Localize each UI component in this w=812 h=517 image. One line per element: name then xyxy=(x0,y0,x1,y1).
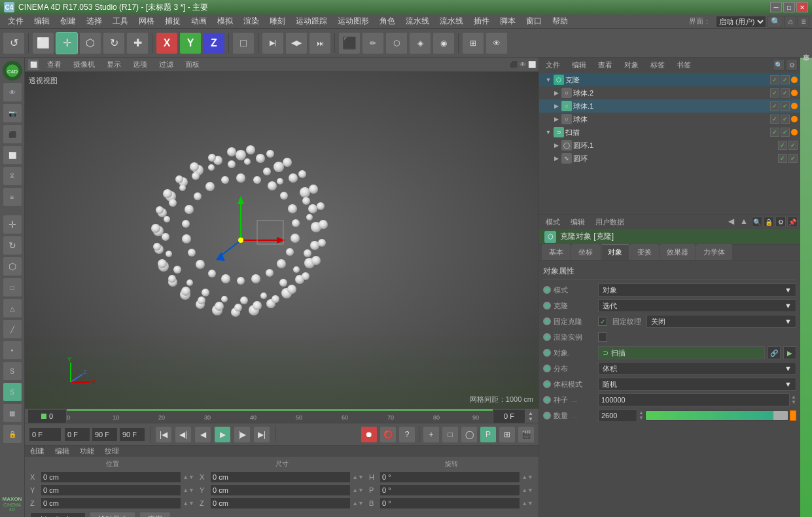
goto-start-btn[interactable]: |◀ xyxy=(155,426,172,443)
om-bookmark[interactable]: 书签 xyxy=(673,60,695,71)
sweep-expand[interactable]: ▼ xyxy=(544,128,552,136)
om-row-clone[interactable]: ▼ ⬡ 克隆 ✓ ✓ xyxy=(539,73,800,86)
circle-render-check[interactable]: ✓ xyxy=(788,154,798,163)
vp-filter[interactable]: 过滤 xyxy=(155,58,177,71)
pos-x-arrows[interactable]: ▲▼ xyxy=(183,474,194,480)
render-view[interactable]: 👁 xyxy=(485,32,508,54)
mode-radio[interactable] xyxy=(543,286,551,294)
timeline-scroll-down[interactable]: ▼ xyxy=(528,416,533,422)
seed-input[interactable] xyxy=(598,393,790,406)
menu-file[interactable]: 文件 xyxy=(3,14,29,28)
sphere1-render-check[interactable]: ✓ xyxy=(781,101,790,111)
menu-motiontrack[interactable]: 运动跟踪 xyxy=(291,14,332,28)
sphere2-vis-check[interactable]: ✓ xyxy=(770,88,779,98)
object-radio[interactable] xyxy=(543,349,551,357)
record-btn[interactable]: ⏺ xyxy=(361,426,378,443)
om-row-sweep[interactable]: ▼ ⊃ 扫描 ✓ ✓ xyxy=(539,126,800,139)
step-back-btn[interactable]: ◀| xyxy=(175,426,192,443)
size-y-arrows[interactable]: ▲▼ xyxy=(352,487,364,493)
viewport[interactable]: 透视视图 网格间距：1000 cm xyxy=(25,72,538,408)
om-row-circle[interactable]: ▶ ∿ 圆环 ✓ ✓ xyxy=(539,152,800,165)
menu-snap[interactable]: 捕捉 xyxy=(160,14,186,28)
timeline-btn[interactable]: ◯ xyxy=(461,426,478,443)
motion-btn[interactable]: P xyxy=(480,426,497,443)
pp-fixedtex-dropdown[interactable]: 关闭 ▼ xyxy=(646,315,796,328)
clone-radio[interactable] xyxy=(543,302,551,310)
pos-x-input[interactable] xyxy=(41,471,181,483)
vp-grid-btn[interactable]: ⬛ xyxy=(510,61,518,68)
sidebtn-move[interactable]: ✛ xyxy=(3,215,22,234)
rot-h-input[interactable] xyxy=(380,471,520,483)
clone-vis-check[interactable]: ✓ xyxy=(770,75,779,84)
size-z-input[interactable] xyxy=(210,497,351,509)
om-edit[interactable]: 编辑 xyxy=(568,60,590,71)
frame-end-input[interactable] xyxy=(92,427,118,442)
om-row-sphere2[interactable]: ▶ ○ 球体.2 ✓ ✓ xyxy=(539,86,800,99)
current-frame-input[interactable] xyxy=(29,427,62,442)
pp-settings[interactable]: ⚙ xyxy=(775,217,786,227)
clone-expand[interactable]: ▼ xyxy=(544,76,552,84)
interface-select[interactable]: 启动 (用户) xyxy=(716,16,766,27)
sidebtn-spline[interactable]: S xyxy=(3,382,22,402)
om-search[interactable]: 🔍 xyxy=(773,59,785,71)
menu-pipeline2[interactable]: 流水线 xyxy=(434,14,468,28)
transform-tool[interactable]: ✚ xyxy=(126,32,149,54)
vp-panel[interactable]: 面板 xyxy=(181,58,203,71)
sidebtn-scale[interactable]: ⬡ xyxy=(3,257,22,276)
viewport-icon[interactable]: ⬜ xyxy=(27,59,39,71)
transform-tab-texture[interactable]: 纹理 xyxy=(102,446,122,457)
om-file[interactable]: 文件 xyxy=(542,60,564,71)
sphere-expand[interactable]: ▶ xyxy=(552,115,560,123)
pp-tab-basic[interactable]: 基本 xyxy=(542,244,571,260)
seed-radio[interactable] xyxy=(543,396,551,404)
vp-maximize-btn[interactable]: ⬜ xyxy=(528,61,536,68)
play-forward-btn[interactable]: ▶ xyxy=(214,426,231,443)
renderinstance-check[interactable] xyxy=(598,332,607,342)
pp-mode[interactable]: 模式 xyxy=(542,217,564,228)
menu-tools[interactable]: 工具 xyxy=(107,14,133,28)
goto-end-btn[interactable]: ▶| xyxy=(253,426,270,443)
seed-down[interactable]: ▼ xyxy=(791,400,796,405)
autokey-btn[interactable]: ⭕ xyxy=(380,426,397,443)
move-tool[interactable]: ✛ xyxy=(56,32,78,54)
sphere1-vis-check[interactable]: ✓ xyxy=(770,101,779,111)
sidebtn-object[interactable]: □ xyxy=(3,277,22,297)
pp-tab-effects[interactable]: 效果器 xyxy=(660,244,696,260)
count-slider[interactable] xyxy=(645,410,788,421)
pos-y-arrows[interactable]: ▲▼ xyxy=(183,487,194,493)
menu-create[interactable]: 创建 xyxy=(55,14,81,28)
menu-expand-icon[interactable]: ≡ xyxy=(798,16,809,27)
select-tool[interactable]: ⬜ xyxy=(32,32,54,54)
pos-y-input[interactable] xyxy=(41,484,181,496)
vp-options[interactable]: 选项 xyxy=(129,58,151,71)
volumemode-radio[interactable] xyxy=(543,380,551,388)
vp-camera[interactable]: 摄像机 xyxy=(69,58,99,71)
sidebtn-paint[interactable]: S xyxy=(3,361,22,381)
menu-sculpt[interactable]: 雕刻 xyxy=(264,14,291,28)
fixedclone-radio[interactable] xyxy=(543,317,551,325)
apply-btn[interactable]: 应用 xyxy=(139,512,171,517)
keyframe-btn[interactable]: ? xyxy=(398,426,415,443)
size-y-input[interactable] xyxy=(210,484,351,496)
menu-pipeline1[interactable]: 流水线 xyxy=(400,14,434,28)
transform-mode-select[interactable]: 对象 (相对) xyxy=(30,512,86,518)
circle-expand[interactable]: ▶ xyxy=(552,154,560,162)
distribution-radio[interactable] xyxy=(543,365,551,372)
sweep-vis-check[interactable]: ✓ xyxy=(770,128,779,137)
pos-z-arrows[interactable]: ▲▼ xyxy=(183,500,194,507)
count-input[interactable] xyxy=(598,409,637,422)
pp-arrow-left[interactable]: ◀ xyxy=(728,217,739,227)
pp-arrow-up[interactable]: ▲ xyxy=(740,217,750,227)
rot-h-arrows[interactable]: ▲▼ xyxy=(521,474,533,480)
fixedclone-check[interactable]: ✓ xyxy=(598,317,607,326)
sidebtn-poly[interactable]: △ xyxy=(3,298,22,318)
om-row-circle1[interactable]: ▶ ◯ 圆环.1 ✓ ✓ xyxy=(539,139,800,152)
step-forward-btn[interactable]: |▶ xyxy=(234,426,251,443)
sphere2-render-check[interactable]: ✓ xyxy=(781,88,790,98)
vp-eye-btn[interactable]: 👁 xyxy=(520,61,526,68)
scale-tool[interactable]: ⬡ xyxy=(79,32,101,54)
om-object[interactable]: 对象 xyxy=(620,60,643,71)
render-grid[interactable]: ⊞ xyxy=(462,32,484,54)
close-button[interactable]: ✕ xyxy=(796,2,808,12)
sphere-vis-check[interactable]: ✓ xyxy=(770,115,779,124)
